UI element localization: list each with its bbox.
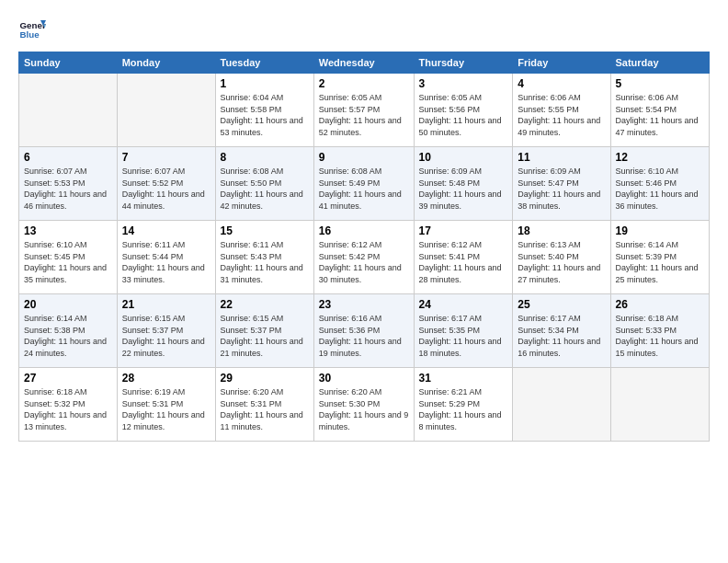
day-number: 4: [518, 77, 605, 90]
day-info: Sunrise: 6:18 AMSunset: 5:32 PMDaylight:…: [24, 386, 112, 432]
day-info: Sunrise: 6:08 AMSunset: 5:49 PMDaylight:…: [319, 166, 409, 212]
logo-icon: General Blue: [18, 15, 46, 42]
day-info: Sunrise: 6:05 AMSunset: 5:57 PMDaylight:…: [319, 92, 409, 138]
day-number: 23: [319, 298, 409, 311]
day-info: Sunrise: 6:17 AMSunset: 5:34 PMDaylight:…: [518, 313, 605, 359]
day-info: Sunrise: 6:20 AMSunset: 5:30 PMDaylight:…: [319, 386, 409, 432]
day-info: Sunrise: 6:09 AMSunset: 5:47 PMDaylight:…: [518, 166, 605, 212]
day-number: 8: [221, 151, 309, 164]
day-info: Sunrise: 6:13 AMSunset: 5:40 PMDaylight:…: [518, 239, 605, 285]
calendar-day-cell: 1Sunrise: 6:04 AMSunset: 5:58 PMDaylight…: [215, 74, 313, 147]
col-saturday: Saturday: [610, 52, 710, 74]
calendar-day-cell: [19, 74, 118, 147]
day-number: 16: [319, 224, 409, 237]
calendar-day-cell: [117, 74, 215, 147]
calendar-day-cell: 16Sunrise: 6:12 AMSunset: 5:42 PMDayligh…: [313, 221, 414, 294]
day-number: 21: [122, 298, 210, 311]
day-info: Sunrise: 6:15 AMSunset: 5:37 PMDaylight:…: [122, 313, 210, 359]
day-number: 29: [221, 372, 309, 385]
calendar-day-cell: 15Sunrise: 6:11 AMSunset: 5:43 PMDayligh…: [215, 221, 313, 294]
calendar-day-cell: 14Sunrise: 6:11 AMSunset: 5:44 PMDayligh…: [117, 221, 215, 294]
day-info: Sunrise: 6:14 AMSunset: 5:38 PMDaylight:…: [24, 313, 112, 359]
col-tuesday: Tuesday: [215, 52, 313, 74]
day-info: Sunrise: 6:04 AMSunset: 5:58 PMDaylight:…: [221, 92, 309, 138]
calendar-day-cell: 2Sunrise: 6:05 AMSunset: 5:57 PMDaylight…: [313, 74, 414, 147]
day-info: Sunrise: 6:11 AMSunset: 5:43 PMDaylight:…: [221, 239, 309, 285]
col-wednesday: Wednesday: [313, 52, 414, 74]
day-info: Sunrise: 6:11 AMSunset: 5:44 PMDaylight:…: [122, 239, 210, 285]
calendar: Sunday Monday Tuesday Wednesday Thursday…: [18, 52, 710, 442]
calendar-day-cell: 6Sunrise: 6:07 AMSunset: 5:53 PMDaylight…: [19, 147, 118, 221]
calendar-day-cell: 28Sunrise: 6:19 AMSunset: 5:31 PMDayligh…: [117, 368, 215, 442]
calendar-day-cell: 26Sunrise: 6:18 AMSunset: 5:33 PMDayligh…: [610, 294, 710, 368]
day-info: Sunrise: 6:10 AMSunset: 5:45 PMDaylight:…: [24, 239, 112, 285]
calendar-day-cell: 22Sunrise: 6:15 AMSunset: 5:37 PMDayligh…: [215, 294, 313, 368]
day-number: 28: [122, 372, 210, 385]
day-number: 12: [616, 151, 705, 164]
calendar-day-cell: 27Sunrise: 6:18 AMSunset: 5:32 PMDayligh…: [19, 368, 118, 442]
day-info: Sunrise: 6:06 AMSunset: 5:54 PMDaylight:…: [616, 92, 705, 138]
calendar-day-cell: 31Sunrise: 6:21 AMSunset: 5:29 PMDayligh…: [414, 368, 513, 442]
day-info: Sunrise: 6:12 AMSunset: 5:42 PMDaylight:…: [319, 239, 409, 285]
day-number: 10: [419, 151, 508, 164]
day-info: Sunrise: 6:20 AMSunset: 5:31 PMDaylight:…: [221, 386, 309, 432]
day-info: Sunrise: 6:07 AMSunset: 5:53 PMDaylight:…: [24, 166, 112, 212]
day-number: 18: [518, 224, 605, 237]
day-number: 7: [122, 151, 210, 164]
day-number: 1: [221, 77, 309, 90]
calendar-day-cell: 12Sunrise: 6:10 AMSunset: 5:46 PMDayligh…: [610, 147, 710, 221]
day-number: 15: [221, 224, 309, 237]
calendar-day-cell: 19Sunrise: 6:14 AMSunset: 5:39 PMDayligh…: [610, 221, 710, 294]
calendar-day-cell: 21Sunrise: 6:15 AMSunset: 5:37 PMDayligh…: [117, 294, 215, 368]
calendar-week-row: 13Sunrise: 6:10 AMSunset: 5:45 PMDayligh…: [19, 221, 710, 294]
day-info: Sunrise: 6:18 AMSunset: 5:33 PMDaylight:…: [616, 313, 705, 359]
col-thursday: Thursday: [414, 52, 513, 74]
calendar-day-cell: 23Sunrise: 6:16 AMSunset: 5:36 PMDayligh…: [313, 294, 414, 368]
calendar-week-row: 20Sunrise: 6:14 AMSunset: 5:38 PMDayligh…: [19, 294, 710, 368]
day-info: Sunrise: 6:21 AMSunset: 5:29 PMDaylight:…: [419, 386, 508, 432]
day-info: Sunrise: 6:16 AMSunset: 5:36 PMDaylight:…: [319, 313, 409, 359]
day-number: 31: [419, 372, 508, 385]
day-info: Sunrise: 6:14 AMSunset: 5:39 PMDaylight:…: [616, 239, 705, 285]
calendar-header-row: Sunday Monday Tuesday Wednesday Thursday…: [19, 52, 710, 74]
header: General Blue: [18, 15, 710, 42]
day-info: Sunrise: 6:05 AMSunset: 5:56 PMDaylight:…: [419, 92, 508, 138]
calendar-day-cell: 8Sunrise: 6:08 AMSunset: 5:50 PMDaylight…: [215, 147, 313, 221]
day-info: Sunrise: 6:10 AMSunset: 5:46 PMDaylight:…: [616, 166, 705, 212]
day-number: 3: [419, 77, 508, 90]
svg-text:Blue: Blue: [20, 29, 40, 40]
calendar-day-cell: 5Sunrise: 6:06 AMSunset: 5:54 PMDaylight…: [610, 74, 710, 147]
day-info: Sunrise: 6:15 AMSunset: 5:37 PMDaylight:…: [221, 313, 309, 359]
calendar-day-cell: 24Sunrise: 6:17 AMSunset: 5:35 PMDayligh…: [414, 294, 513, 368]
calendar-day-cell: [610, 368, 710, 442]
day-number: 27: [24, 372, 112, 385]
day-number: 14: [122, 224, 210, 237]
calendar-day-cell: 10Sunrise: 6:09 AMSunset: 5:48 PMDayligh…: [414, 147, 513, 221]
day-number: 22: [221, 298, 309, 311]
day-info: Sunrise: 6:19 AMSunset: 5:31 PMDaylight:…: [122, 386, 210, 432]
col-sunday: Sunday: [19, 52, 118, 74]
day-number: 24: [419, 298, 508, 311]
calendar-day-cell: 7Sunrise: 6:07 AMSunset: 5:52 PMDaylight…: [117, 147, 215, 221]
calendar-week-row: 27Sunrise: 6:18 AMSunset: 5:32 PMDayligh…: [19, 368, 710, 442]
day-number: 9: [319, 151, 409, 164]
day-info: Sunrise: 6:07 AMSunset: 5:52 PMDaylight:…: [122, 166, 210, 212]
calendar-day-cell: 30Sunrise: 6:20 AMSunset: 5:30 PMDayligh…: [313, 368, 414, 442]
calendar-day-cell: 17Sunrise: 6:12 AMSunset: 5:41 PMDayligh…: [414, 221, 513, 294]
day-number: 26: [616, 298, 705, 311]
calendar-day-cell: 18Sunrise: 6:13 AMSunset: 5:40 PMDayligh…: [513, 221, 610, 294]
col-friday: Friday: [513, 52, 610, 74]
calendar-week-row: 6Sunrise: 6:07 AMSunset: 5:53 PMDaylight…: [19, 147, 710, 221]
day-number: 5: [616, 77, 705, 90]
calendar-day-cell: 9Sunrise: 6:08 AMSunset: 5:49 PMDaylight…: [313, 147, 414, 221]
calendar-day-cell: [513, 368, 610, 442]
day-number: 6: [24, 151, 112, 164]
day-number: 19: [616, 224, 705, 237]
calendar-day-cell: 20Sunrise: 6:14 AMSunset: 5:38 PMDayligh…: [19, 294, 118, 368]
day-info: Sunrise: 6:08 AMSunset: 5:50 PMDaylight:…: [221, 166, 309, 212]
col-monday: Monday: [117, 52, 215, 74]
day-info: Sunrise: 6:12 AMSunset: 5:41 PMDaylight:…: [419, 239, 508, 285]
calendar-week-row: 1Sunrise: 6:04 AMSunset: 5:58 PMDaylight…: [19, 74, 710, 147]
calendar-day-cell: 11Sunrise: 6:09 AMSunset: 5:47 PMDayligh…: [513, 147, 610, 221]
day-number: 13: [24, 224, 112, 237]
